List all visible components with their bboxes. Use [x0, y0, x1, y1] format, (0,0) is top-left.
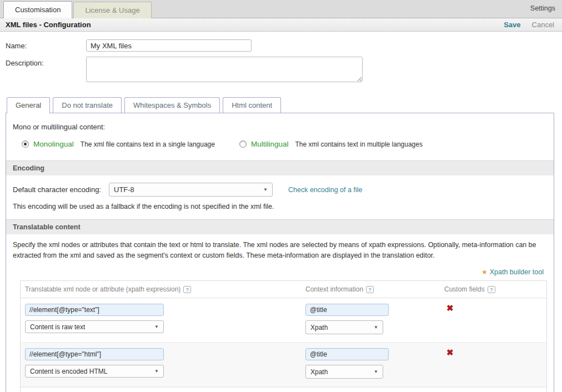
star-icon: ★	[481, 268, 488, 276]
chevron-down-icon: ▼	[263, 187, 268, 192]
chevron-down-icon: ▼	[154, 369, 159, 374]
context-type-select[interactable]: Xpath ▼	[305, 365, 383, 379]
delete-row-icon[interactable]: ✖	[444, 348, 454, 357]
monolingual-description: The xml file contains text in a single l…	[81, 140, 215, 148]
tab-html-content[interactable]: Html content	[223, 97, 281, 113]
chevron-down-icon: ▼	[154, 324, 159, 329]
context-xpath-input[interactable]	[305, 304, 389, 316]
description-textarea[interactable]	[86, 57, 363, 82]
help-icon[interactable]: ?	[366, 286, 374, 293]
name-label: Name:	[6, 39, 86, 52]
encoding-label: Default character encoding:	[13, 185, 109, 194]
config-title-bar: XML files - Configuration Save Cancel	[0, 18, 562, 32]
column-header-custom-fields: Custom fields	[444, 285, 485, 293]
monolingual-label: Monolingual	[33, 140, 74, 148]
settings-link[interactable]: Settings	[530, 4, 562, 13]
xpath-expression-input[interactable]	[25, 304, 164, 316]
tab-customisation[interactable]: Customisation	[3, 1, 72, 18]
save-button[interactable]: Save	[504, 21, 520, 29]
cancel-button[interactable]: Cancel	[532, 21, 554, 29]
context-type-value: Xpath	[310, 368, 328, 376]
description-label: Description:	[6, 57, 86, 82]
content-type-value: Content is encoded HTML	[30, 368, 107, 375]
config-tab-strip: General Do not translate Whitespaces & S…	[6, 97, 554, 113]
table-header-row: Translatable xml node or attribute (xpat…	[21, 281, 546, 298]
tab-license-usage[interactable]: License & Usage	[73, 2, 151, 18]
translatable-nodes-table: Translatable xml node or attribute (xpat…	[20, 280, 547, 392]
context-type-select[interactable]: Xpath ▼	[305, 320, 383, 334]
chevron-down-icon: ▼	[374, 325, 378, 330]
translatable-description: Specify the xml nodes or attributes that…	[6, 234, 554, 260]
tab-do-not-translate[interactable]: Do not translate	[53, 97, 122, 113]
column-header-xpath: Translatable xml node or attribute (xpat…	[25, 285, 180, 293]
translatable-section-header: Translatable content	[6, 219, 554, 234]
encoding-select[interactable]: UTF-8 ▼	[109, 183, 273, 197]
encoding-selected-value: UTF-8	[114, 185, 134, 194]
content-mode-label: Mono or multilingual content:	[6, 113, 554, 131]
column-header-context: Context information	[305, 285, 363, 293]
delete-row-icon[interactable]: ✖	[444, 303, 454, 313]
context-xpath-input[interactable]	[305, 348, 389, 360]
multilingual-option[interactable]: Multilingual The xml contains text in mu…	[239, 140, 423, 148]
help-icon[interactable]: ?	[488, 286, 495, 293]
multilingual-radio[interactable]	[239, 140, 247, 148]
multilingual-description: The xml contains text in multiple langua…	[295, 140, 423, 148]
encoding-section-header: Encoding	[6, 160, 554, 175]
table-row: Content is encoded HTML ▼ Xpath ▼ ✖	[21, 342, 546, 387]
top-tab-bar: Customisation License & Usage Settings	[0, 0, 562, 18]
encoding-note: This encoding will be used as a fallback…	[6, 197, 554, 210]
general-tab-panel: Mono or multilingual content: Monolingua…	[6, 113, 554, 392]
table-row: Content is raw text ▼ Xpath ▼ ✖	[21, 298, 546, 342]
tab-general[interactable]: General	[7, 97, 50, 113]
tab-whitespaces-symbols[interactable]: Whitespaces & Symbols	[124, 97, 220, 113]
chevron-down-icon: ▼	[374, 369, 378, 374]
context-type-value: Xpath	[310, 324, 328, 331]
multilingual-label: Multilingual	[251, 140, 289, 148]
content-type-select[interactable]: Content is raw text ▼	[25, 320, 164, 333]
xpath-expression-input[interactable]	[25, 348, 164, 360]
content-type-select[interactable]: Content is encoded HTML ▼	[25, 365, 164, 378]
check-encoding-link[interactable]: Check encoding of a file	[288, 186, 362, 194]
monolingual-option[interactable]: Monolingual The xml file contains text i…	[22, 140, 215, 148]
name-input[interactable]	[86, 39, 252, 52]
xpath-builder-tool-link[interactable]: Xpath builder tool	[490, 268, 544, 276]
help-icon[interactable]: ?	[183, 286, 191, 293]
page-title: XML files - Configuration	[6, 21, 91, 29]
content-type-value: Content is raw text	[30, 323, 85, 331]
monolingual-radio[interactable]	[22, 140, 29, 148]
